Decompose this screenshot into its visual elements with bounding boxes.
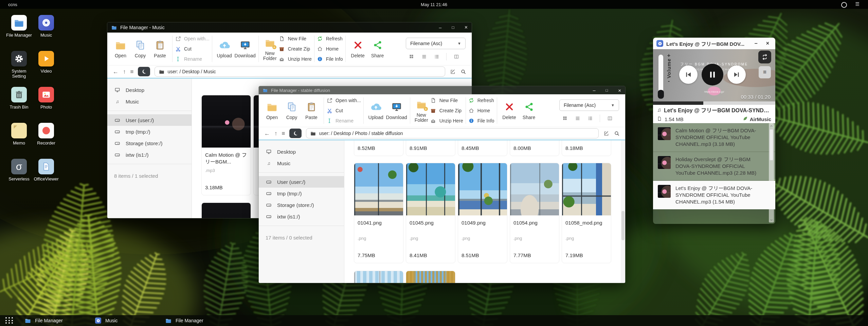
share-button[interactable]: Share [519,101,539,120]
view-detail-button[interactable] [587,115,593,121]
file-card-partial[interactable]: 8.52MB [354,140,403,156]
file-card[interactable] [201,203,251,218]
pause-button[interactable] [702,64,723,85]
desktop-icon-serverless[interactable]: σ Serverless [5,159,33,195]
playlist-button[interactable]: ≡ [759,66,771,78]
player-titlebar[interactable]: Let’s Enjoy @ フリーBGM DOV... – × [653,38,775,49]
previous-track-button[interactable] [679,65,698,84]
playlist-item[interactable]: Holiday Overslept @ フリーBGM DOVA-SYNDROME… [653,152,775,181]
volume-slider[interactable] [658,55,663,98]
view-list-button[interactable] [421,54,427,59]
taskbar-item-music[interactable]: Music [95,315,118,326]
desktop-icon-memo[interactable]: Memo [5,123,33,159]
edit-path-icon[interactable] [450,69,456,75]
desktop-icon-officeviewer[interactable]: OfficeViewer [33,159,60,195]
file-card-partial[interactable]: 8.00MB [510,140,559,156]
upload-button[interactable]: Upload [366,101,386,120]
view-detail-button[interactable] [434,54,439,59]
playlist-item[interactable]: Calm Motion @ フリーBGM DOVA-SYNDROME OFFIC… [653,123,775,152]
cut-button[interactable]: Cut [175,44,210,53]
sidebar-item-music[interactable]: ♫Music [259,157,344,169]
create-zip-button[interactable]: Create Zip [430,106,463,115]
sidebar-item-storage-drive[interactable]: Storage (store:/) [107,137,192,149]
file-info-button[interactable]: File Info [317,55,343,63]
minimize-button[interactable]: – [439,25,442,30]
desktop-icon-video[interactable]: Video [33,51,60,87]
sidebar-item-storage-drive[interactable]: Storage (store:/) [259,199,344,211]
new-folder-button[interactable]: +New Folder [261,37,279,61]
unzip-here-button[interactable]: Unzip Here [279,55,312,63]
sidebar-item-desktop[interactable]: Desktop [259,146,344,157]
new-folder-button[interactable]: +New Folder [413,99,430,123]
file-card-partial[interactable]: 8.18MB [562,140,611,156]
refresh-button[interactable]: Refresh [317,34,343,43]
file-card-partial-bottom[interactable] [354,271,403,283]
share-button[interactable]: Share [368,39,387,58]
cut-button[interactable]: Cut [326,106,361,115]
new-file-button[interactable]: New File [279,34,312,43]
desktop-icon-file-manager[interactable]: File Manager [5,15,33,51]
up-button[interactable]: ↑ [274,131,277,136]
unzip-here-button[interactable]: Unzip Here [430,116,463,125]
maximize-button[interactable]: □ [452,25,454,30]
dark-mode-toggle[interactable] [289,129,302,138]
close-button[interactable]: × [618,88,621,93]
download-button[interactable]: Download [386,101,408,120]
file-card-01041[interactable]: 01041.png .png 7.75MB [354,163,403,263]
progress-bar[interactable] [653,101,775,105]
sidebar-item-user-drive[interactable]: User (user:/) [259,176,344,188]
refresh-button[interactable]: Refresh [468,96,494,105]
new-file-button[interactable]: New File [430,96,463,105]
file-card-partial[interactable]: 8.91MB [406,140,455,156]
copy-button[interactable]: Copy [282,101,302,120]
sort-dropdown[interactable]: Filename (Asc)▼ [559,99,619,111]
repeat-button[interactable] [758,51,771,63]
file-card-calm-motion[interactable]: Calm Motion @ フリーBGM... .mp3 3.18MB [201,95,251,195]
minimize-button[interactable]: – [593,88,596,93]
open-with-button[interactable]: Open with... [175,34,210,43]
paste-button[interactable]: Paste [302,101,321,120]
path-bar[interactable]: user: / Desktop / Music [155,66,445,77]
volume-knob[interactable] [658,90,664,99]
titlebar[interactable]: File Manager - Music – □ × [107,22,472,33]
menu-button[interactable]: ≡ [282,131,285,136]
home-button[interactable]: Home [317,44,343,53]
search-icon[interactable] [460,69,466,75]
app-grid-icon[interactable] [5,317,14,324]
file-card-partial-bottom[interactable] [406,271,455,283]
playlist-scrollbar[interactable] [769,123,774,223]
sidebar-item-ixtw-drive[interactable]: ixtw (is1:/) [259,211,344,222]
next-track-button[interactable] [727,65,746,84]
view-columns-button[interactable] [607,115,613,121]
system-menu-icon[interactable]: ☰ [855,1,859,7]
desktop-icon-trash-bin[interactable]: Trash Bin [5,87,33,123]
scroll-up-icon[interactable] [769,123,774,129]
paste-button[interactable]: Paste [150,39,170,58]
view-list-button[interactable] [575,115,580,121]
view-grid-button[interactable] [562,115,568,121]
view-columns-button[interactable] [453,54,459,59]
open-with-button[interactable]: Open with... [326,96,361,105]
playlist-item-current[interactable]: Let's Enjoy @ フリーBGM DOVA-SYNDROME OFFIC… [653,181,775,209]
upload-button[interactable]: Upload [215,39,234,58]
desktop-icon-photo[interactable]: Photo [33,87,60,123]
delete-button[interactable]: Delete [348,39,368,58]
sort-dropdown[interactable]: Filename (Asc)▼ [406,38,466,49]
scrollbar-thumb[interactable] [770,129,773,160]
status-ring-icon[interactable] [841,2,847,8]
close-button[interactable]: × [763,40,772,46]
taskbar-item-file-manager-2[interactable]: File Manager [165,315,203,326]
rename-button[interactable]: Rename [175,55,210,63]
delete-button[interactable]: Delete [500,101,519,120]
sidebar-item-user-drive[interactable]: User (user:/) [107,114,192,126]
sidebar-item-ixtw-drive[interactable]: ixtw (is1:/) [107,149,192,160]
up-button[interactable]: ↑ [123,69,126,75]
edit-path-icon[interactable] [603,130,609,136]
desktop-icon-system-setting[interactable]: System Setting [5,51,33,87]
sidebar-item-tmp-drive[interactable]: tmp (tmp:/) [107,126,192,137]
search-icon[interactable] [614,130,620,136]
back-button[interactable]: ← [113,69,119,75]
scroll-down-icon[interactable] [769,217,774,223]
back-button[interactable]: ← [264,131,270,136]
rename-button[interactable]: Rename [326,116,361,125]
